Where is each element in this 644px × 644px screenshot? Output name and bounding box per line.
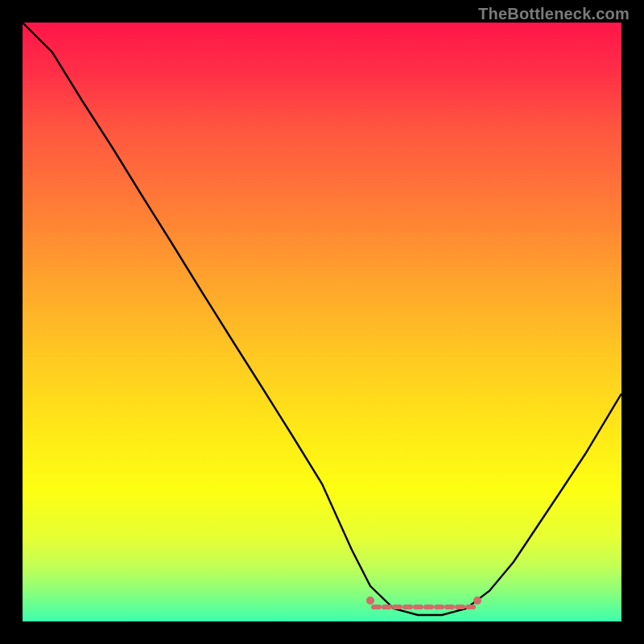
chart-frame: TheBottleneck.com [0, 0, 644, 644]
curve-layer [23, 23, 621, 621]
valley-dot-left [366, 597, 374, 605]
watermark-text: TheBottleneck.com [478, 5, 630, 23]
bottleneck-curve-path [23, 23, 621, 615]
plot-area [23, 23, 621, 621]
valley-dot-right [473, 597, 481, 605]
